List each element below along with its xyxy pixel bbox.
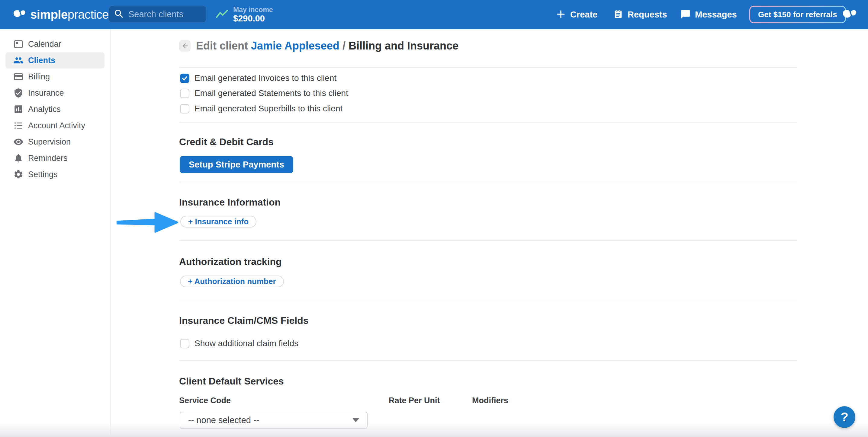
email-invoices-row: Email generated Invoices to this client <box>180 73 336 83</box>
create-label: Create <box>570 10 597 20</box>
calendar-icon <box>13 39 24 49</box>
content-column: Edit client Jamie Appleseed / Billing an… <box>179 29 797 437</box>
analytics-icon <box>13 104 24 114</box>
sidebar-item-label: Calendar <box>28 39 61 49</box>
sidebar-item-label: Supervision <box>28 137 71 147</box>
page-title: Edit client Jamie Appleseed / Billing an… <box>196 39 459 52</box>
sidebar-item-label: Insurance <box>28 89 64 98</box>
help-label: ? <box>840 410 848 424</box>
email-superbills-checkbox[interactable] <box>180 104 189 113</box>
insurance-info-section-title: Insurance Information <box>179 197 281 208</box>
service-code-selected-value: -- none selected -- <box>188 415 352 425</box>
requests-icon <box>613 9 623 21</box>
search-input[interactable] <box>128 9 201 20</box>
sidebar-item-clients[interactable]: Clients <box>5 52 104 68</box>
sidebar-item-label: Billing <box>28 72 50 81</box>
sidebar-item-account-activity[interactable]: Account Activity <box>5 117 104 134</box>
messages-button[interactable]: Messages <box>680 0 737 29</box>
sidebar: Calendar Clients Billing <box>0 29 111 437</box>
create-button[interactable]: Create <box>556 0 597 29</box>
default-services-section-title: Client Default Services <box>179 376 284 387</box>
requests-button[interactable]: Requests <box>613 0 667 29</box>
column-header-rate-per-unit: Rate Per Unit <box>389 396 440 405</box>
title-section: Billing and Insurance <box>348 39 459 52</box>
butterfly-icon[interactable] <box>843 7 858 23</box>
sidebar-item-reminders[interactable]: Reminders <box>5 150 104 166</box>
topbar: simplepractice May income $290.00 <box>0 0 868 29</box>
account-activity-icon <box>13 121 24 131</box>
divider <box>179 360 797 361</box>
help-button[interactable]: ? <box>834 406 855 428</box>
requests-label: Requests <box>628 10 667 20</box>
sidebar-item-analytics[interactable]: Analytics <box>5 101 104 117</box>
page-header: Edit client Jamie Appleseed / Billing an… <box>179 38 459 54</box>
column-header-service-code: Service Code <box>179 396 231 405</box>
add-insurance-info-button[interactable]: + Insurance info <box>180 216 256 228</box>
checkbox-label: Email generated Invoices to this client <box>194 73 336 83</box>
sidebar-item-label: Account Activity <box>28 121 85 130</box>
app-window: simplepractice May income $290.00 <box>0 0 868 437</box>
show-claim-fields-checkbox[interactable] <box>180 339 189 348</box>
setup-stripe-button[interactable]: Setup Stripe Payments <box>180 156 293 173</box>
insurance-icon <box>13 88 24 98</box>
sidebar-item-settings[interactable]: Settings <box>5 166 104 182</box>
cards-section-title: Credit & Debit Cards <box>179 136 274 147</box>
billing-icon <box>13 71 24 82</box>
messages-icon <box>680 9 691 21</box>
income-value: $290.00 <box>233 13 273 24</box>
sidebar-item-insurance[interactable]: Insurance <box>5 85 104 101</box>
referral-button[interactable]: Get $150 for referrals <box>749 6 846 23</box>
authorization-section-title: Authorization tracking <box>179 256 282 267</box>
income-label: May income <box>233 6 273 13</box>
income-widget[interactable]: May income $290.00 <box>216 0 273 29</box>
brand-light: practice <box>68 8 109 21</box>
brand-wordmark: simplepractice <box>30 8 109 22</box>
brand-bold: simple <box>30 8 68 21</box>
chevron-down-icon <box>352 418 359 422</box>
client-search[interactable] <box>109 6 206 23</box>
show-claim-fields-row: Show additional claim fields <box>180 339 299 348</box>
divider <box>179 182 797 182</box>
sidebar-item-supervision[interactable]: Supervision <box>5 134 104 150</box>
client-name-link[interactable]: Jamie Appleseed <box>251 39 339 52</box>
column-header-modifiers: Modifiers <box>472 396 508 405</box>
divider <box>179 240 797 241</box>
search-icon <box>114 9 124 20</box>
email-statements-row: Email generated Statements to this clien… <box>180 89 348 98</box>
sidebar-item-label: Clients <box>28 56 55 65</box>
back-button[interactable] <box>179 40 191 52</box>
email-statements-checkbox[interactable] <box>180 89 189 98</box>
title-prefix: Edit client <box>196 39 248 52</box>
sidebar-item-billing[interactable]: Billing <box>5 68 104 85</box>
sidebar-item-calendar[interactable]: Calendar <box>5 36 104 52</box>
add-authorization-number-button[interactable]: + Authorization number <box>180 275 284 287</box>
email-invoices-checkbox[interactable] <box>180 74 189 83</box>
service-code-select[interactable]: -- none selected -- <box>180 412 368 429</box>
sidebar-item-label: Settings <box>28 170 58 179</box>
checkbox-label: Email generated Statements to this clien… <box>194 89 348 98</box>
messages-label: Messages <box>695 10 737 20</box>
sidebar-item-label: Reminders <box>28 154 68 163</box>
clients-icon <box>13 55 24 66</box>
plus-icon <box>556 9 566 21</box>
brand-logo[interactable]: simplepractice <box>13 0 109 29</box>
claim-fields-section-title: Insurance Claim/CMS Fields <box>179 315 309 326</box>
divider <box>179 67 797 68</box>
sidebar-item-label: Analytics <box>28 105 61 114</box>
checkbox-label: Show additional claim fields <box>194 339 299 348</box>
divider <box>179 122 797 123</box>
email-superbills-row: Email generated Superbills to this clien… <box>180 104 342 113</box>
supervision-icon <box>13 137 24 147</box>
reminders-icon <box>13 153 24 163</box>
checkbox-label: Email generated Superbills to this clien… <box>194 104 342 113</box>
butterfly-logo-icon <box>13 8 27 22</box>
divider <box>179 300 797 300</box>
title-separator: / <box>342 39 345 52</box>
trend-icon <box>216 9 228 20</box>
referral-label: Get $150 for referrals <box>758 10 837 19</box>
settings-icon <box>13 169 24 179</box>
